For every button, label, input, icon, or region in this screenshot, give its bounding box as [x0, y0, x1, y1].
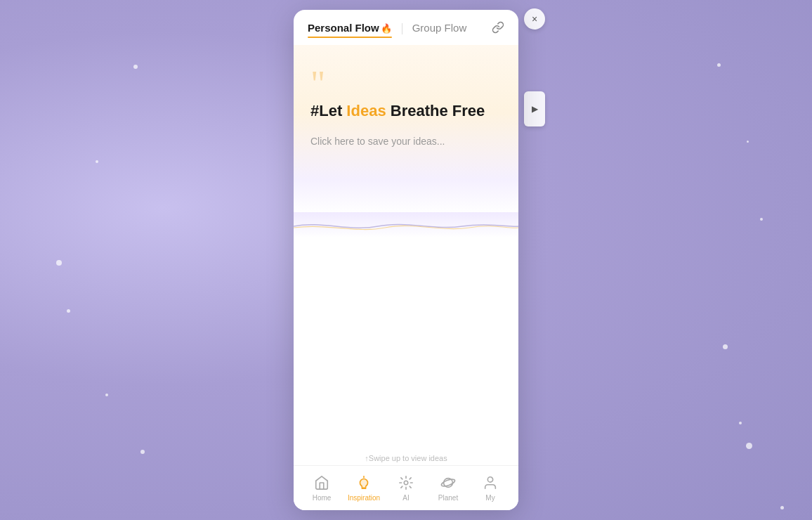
group-flow-label: Group Flow: [412, 22, 467, 34]
planet-label: Planet: [438, 494, 458, 502]
headline-highlight: Ideas: [346, 102, 386, 119]
white-section: [294, 238, 518, 448]
tab-group-flow[interactable]: Group Flow: [412, 22, 467, 37]
content-area: " #Let Ideas Breathe Free Click here to …: [294, 45, 518, 465]
bottom-nav: Home Inspiration: [294, 465, 518, 510]
svg-point-5: [487, 476, 492, 481]
modal-panel: Personal Flow🔥 Group Flow ": [294, 10, 518, 510]
close-icon: ×: [532, 13, 537, 25]
headline: #Let Ideas Breathe Free: [310, 101, 502, 122]
home-icon: [314, 475, 329, 493]
fire-emoji: 🔥: [381, 23, 392, 34]
my-icon: [483, 475, 498, 493]
swipe-hint: ↑Swipe up to view ideas: [294, 448, 518, 465]
tab-personal-flow[interactable]: Personal Flow🔥: [308, 22, 392, 37]
click-hint[interactable]: Click here to save your ideas...: [310, 136, 502, 147]
quote-marks: ": [310, 66, 502, 103]
nav-ai[interactable]: AI: [388, 475, 424, 502]
my-label: My: [485, 494, 495, 502]
home-label: Home: [313, 494, 332, 502]
planet-icon: [440, 475, 456, 493]
arrow-right-icon: ▶: [532, 104, 538, 114]
modal-overlay: × ▶ Personal Flow🔥 Group Flow: [0, 0, 812, 520]
expand-arrow-button[interactable]: ▶: [524, 91, 545, 126]
nav-planet[interactable]: Planet: [431, 475, 466, 502]
headline-suffix: Breathe Free: [386, 102, 485, 119]
link-icon[interactable]: [492, 21, 504, 37]
wave-divider: [294, 212, 518, 238]
modal-wrapper: × ▶ Personal Flow🔥 Group Flow: [294, 10, 518, 510]
inspiration-label: Inspiration: [348, 494, 380, 502]
ai-label: AI: [402, 494, 409, 502]
headline-prefix: #Let: [310, 102, 346, 119]
svg-point-2: [404, 481, 408, 485]
tabs-header: Personal Flow🔥 Group Flow: [294, 10, 518, 45]
nav-home[interactable]: Home: [304, 475, 339, 502]
nav-inspiration[interactable]: Inspiration: [346, 475, 381, 502]
inspiration-icon: [356, 475, 372, 493]
nav-my[interactable]: My: [473, 475, 508, 502]
close-button[interactable]: ×: [524, 8, 545, 30]
tab-separator: [402, 23, 402, 34]
hero-section[interactable]: " #Let Ideas Breathe Free Click here to …: [294, 45, 518, 214]
ai-icon: [398, 475, 414, 493]
svg-point-4: [440, 478, 455, 488]
personal-flow-label: Personal Flow: [308, 22, 379, 34]
